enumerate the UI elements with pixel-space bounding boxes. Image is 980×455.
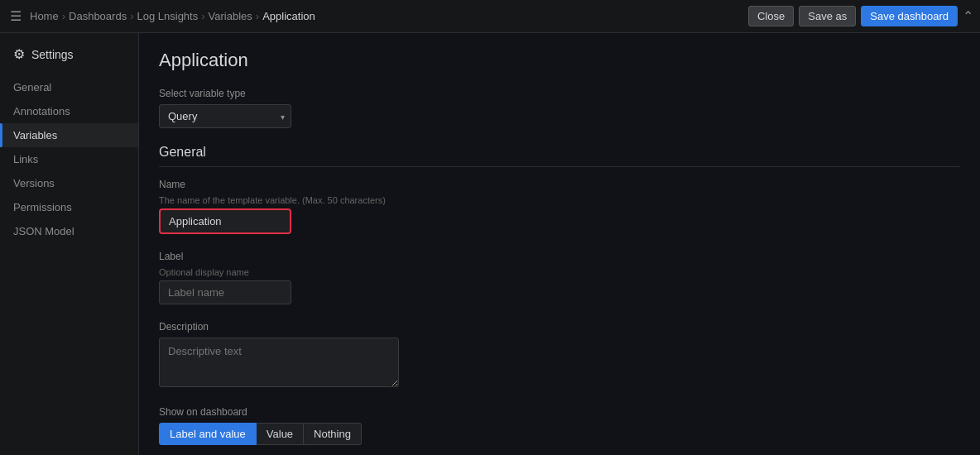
- sidebar-item-versions[interactable]: Versions: [0, 171, 138, 195]
- label-hint: Optional display name: [159, 267, 960, 277]
- description-section: Description: [159, 321, 960, 390]
- sidebar: ⚙ Settings General Annotations Variables…: [0, 33, 139, 455]
- description-label: Description: [159, 321, 960, 333]
- label-input[interactable]: [159, 280, 291, 304]
- sidebar-item-json-model-label: JSON Model: [13, 225, 74, 237]
- general-section-heading: General: [159, 145, 960, 167]
- show-on-dashboard-section: Show on dashboard Label and value Value …: [159, 406, 960, 445]
- sidebar-item-links-label: Links: [13, 153, 38, 165]
- chevron-up-icon[interactable]: ⌃: [963, 8, 973, 24]
- sidebar-item-versions-label: Versions: [13, 177, 55, 189]
- show-on-dashboard-label: Show on dashboard: [159, 406, 960, 418]
- layout: ⚙ Settings General Annotations Variables…: [0, 33, 980, 455]
- name-hint: The name of the template variable. (Max.…: [159, 195, 960, 205]
- show-nothing-button[interactable]: Nothing: [304, 423, 362, 445]
- variable-type-select[interactable]: Query Custom Text box Constant Data sour…: [159, 104, 291, 128]
- name-label: Name: [159, 179, 960, 190]
- label-section: Label Optional display name: [159, 251, 960, 304]
- top-nav: ☰ Home › Dashboards › Log Lnsights › Var…: [0, 0, 980, 33]
- breadcrumb-sep-2: ›: [201, 10, 204, 22]
- nav-left: ☰ Home › Dashboards › Log Lnsights › Var…: [7, 5, 315, 27]
- sidebar-item-annotations[interactable]: Annotations: [0, 99, 138, 123]
- nav-right: Close Save as Save dashboard ⌃: [748, 6, 973, 26]
- active-bar: [0, 123, 2, 147]
- sidebar-item-links[interactable]: Links: [0, 147, 138, 171]
- breadcrumb-sep-3: ›: [256, 10, 259, 22]
- show-button-group: Label and value Value Nothing: [159, 423, 960, 445]
- name-section: Name The name of the template variable. …: [159, 179, 960, 234]
- close-button[interactable]: Close: [748, 6, 794, 26]
- variable-type-label: Select variable type: [159, 88, 960, 99]
- breadcrumb-home[interactable]: Home: [30, 10, 59, 22]
- variable-type-section: Select variable type Query Custom Text b…: [159, 88, 960, 128]
- breadcrumb: Home › Dashboards › Log Lnsights › Varia…: [30, 10, 315, 22]
- sidebar-nav: General Annotations Variables Links Vers…: [0, 75, 138, 243]
- name-input[interactable]: [159, 208, 291, 234]
- sidebar-item-permissions[interactable]: Permissions: [0, 195, 138, 219]
- breadcrumb-log-insights[interactable]: Log Lnsights: [137, 10, 198, 22]
- breadcrumb-sep-1: ›: [130, 10, 133, 22]
- breadcrumb-current: Application: [262, 10, 315, 22]
- show-value-button[interactable]: Value: [257, 423, 304, 445]
- sidebar-item-variables[interactable]: Variables: [0, 123, 138, 147]
- show-label-and-value-button[interactable]: Label and value: [159, 423, 257, 445]
- save-dashboard-button[interactable]: Save dashboard: [861, 6, 958, 26]
- variable-type-select-wrapper: Query Custom Text box Constant Data sour…: [159, 104, 291, 128]
- description-textarea[interactable]: [159, 338, 399, 387]
- sidebar-item-annotations-label: Annotations: [13, 105, 70, 117]
- sidebar-item-json-model[interactable]: JSON Model: [0, 219, 138, 243]
- main-content: Application Select variable type Query C…: [139, 33, 980, 455]
- sidebar-item-general[interactable]: General: [0, 75, 138, 99]
- breadcrumb-dashboards[interactable]: Dashboards: [69, 10, 127, 22]
- breadcrumb-variables[interactable]: Variables: [209, 10, 252, 22]
- breadcrumb-sep-0: ›: [62, 10, 65, 22]
- settings-icon: ⚙: [13, 46, 25, 62]
- page-title: Application: [159, 50, 960, 71]
- menu-icon[interactable]: ☰: [7, 5, 25, 27]
- sidebar-title: ⚙ Settings: [0, 46, 138, 75]
- sidebar-item-permissions-label: Permissions: [13, 201, 72, 213]
- save-as-button[interactable]: Save as: [799, 6, 856, 26]
- sidebar-item-variables-label: Variables: [13, 129, 57, 141]
- sidebar-title-label: Settings: [31, 48, 74, 61]
- label-label: Label: [159, 251, 960, 262]
- sidebar-item-general-label: General: [13, 81, 51, 93]
